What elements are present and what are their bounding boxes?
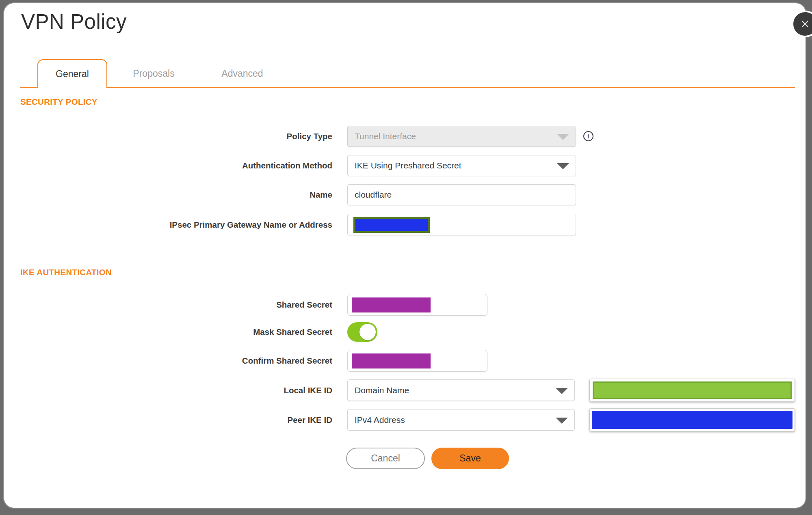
peer-ike-id-select[interactable]: IPv4 Address <box>347 409 575 431</box>
info-icon[interactable]: i <box>583 131 593 141</box>
redaction-overlay <box>352 297 431 312</box>
local-ike-id-value: Domain Name <box>355 386 409 395</box>
shared-secret-label: Shared Secret <box>4 294 332 316</box>
modal-panel: VPN Policy General Proposals Advanced SE… <box>3 2 806 509</box>
auth-method-select[interactable]: IKE Using Preshared Secret <box>347 155 576 176</box>
chevron-down-icon <box>556 388 568 394</box>
name-label: Name <box>4 184 332 205</box>
tab-advanced-label: Advanced <box>221 68 263 79</box>
auth-method-value: IKE Using Preshared Secret <box>355 161 461 170</box>
vpn-policy-dialog: VPN Policy General Proposals Advanced SE… <box>0 0 812 515</box>
redaction-overlay <box>352 353 431 368</box>
chevron-down-icon <box>556 418 568 424</box>
name-value: cloudflare <box>355 190 392 200</box>
peer-ike-id-value-input[interactable] <box>589 408 795 431</box>
save-button-label: Save <box>459 453 481 464</box>
redaction-overlay <box>353 217 430 233</box>
redaction-overlay <box>592 411 793 429</box>
peer-ike-id-label: Peer IKE ID <box>4 409 332 431</box>
local-ike-id-value-input[interactable] <box>589 379 795 402</box>
tab-general-label: General <box>56 69 89 80</box>
confirm-shared-secret-input[interactable] <box>347 350 487 372</box>
cancel-button-label: Cancel <box>371 453 400 464</box>
info-glyph: i <box>587 133 589 140</box>
tab-proposals-label: Proposals <box>133 68 174 79</box>
section-header-security-policy: SECURITY POLICY <box>20 97 97 107</box>
tab-advanced[interactable]: Advanced <box>207 59 278 88</box>
save-button[interactable]: Save <box>431 448 509 469</box>
name-input[interactable]: cloudflare <box>347 184 576 205</box>
shared-secret-input[interactable] <box>347 294 487 316</box>
chevron-down-icon <box>557 163 569 169</box>
local-ike-id-label: Local IKE ID <box>4 379 332 401</box>
peer-ike-id-value: IPv4 Address <box>355 415 405 425</box>
policy-type-select: Tunnel Interface <box>347 126 576 147</box>
confirm-shared-secret-label: Confirm Shared Secret <box>4 350 332 372</box>
mask-shared-secret-toggle[interactable] <box>347 322 377 342</box>
redaction-overlay <box>593 381 792 399</box>
auth-method-label: Authentication Method <box>4 155 332 176</box>
gateway-label: IPsec Primary Gateway Name or Address <box>4 214 332 235</box>
section-header-ike-authentication: IKE AUTHENTICATION <box>20 267 112 277</box>
policy-type-value: Tunnel Interface <box>355 131 416 141</box>
close-icon <box>800 19 810 29</box>
page-title: VPN Policy <box>21 10 127 34</box>
cancel-button[interactable]: Cancel <box>346 448 425 469</box>
mask-shared-secret-label: Mask Shared Secret <box>4 322 332 342</box>
tab-proposals[interactable]: Proposals <box>118 59 189 88</box>
chevron-down-icon <box>557 134 569 140</box>
toggle-knob <box>359 324 376 340</box>
local-ike-id-select[interactable]: Domain Name <box>347 379 575 401</box>
gateway-input[interactable] <box>347 214 576 235</box>
tab-general[interactable]: General <box>37 59 107 88</box>
policy-type-label: Policy Type <box>4 126 332 147</box>
